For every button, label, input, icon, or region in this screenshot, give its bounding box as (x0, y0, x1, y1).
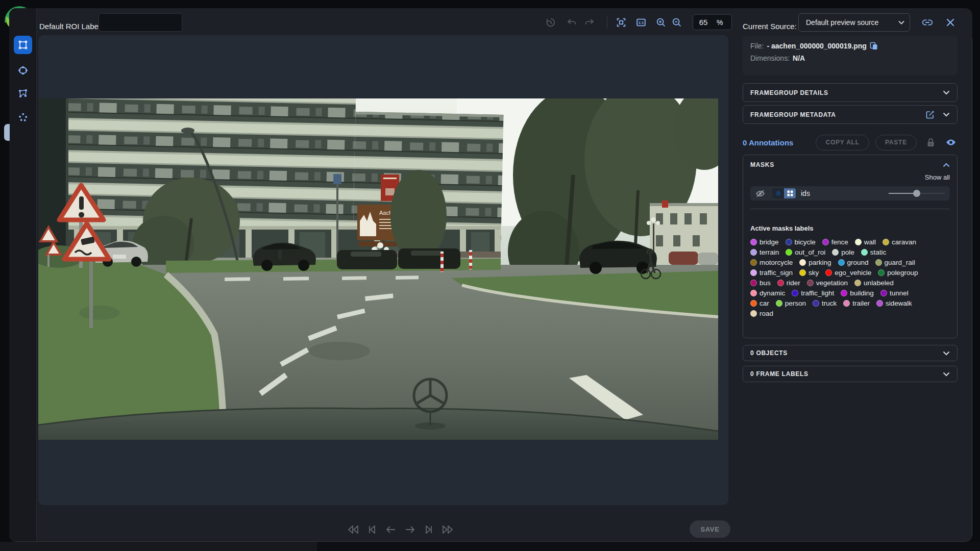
lock-button[interactable] (924, 136, 937, 149)
rectangle-roi-tool-button[interactable] (14, 36, 32, 54)
ids-opacity-slider[interactable] (889, 190, 945, 197)
annotation-canvas[interactable]: Aachen (38, 35, 728, 505)
mask-label-chip-dynamic[interactable]: dynamic (750, 289, 785, 297)
mask-label-text: rider (787, 279, 800, 287)
points-roi-tool-button[interactable] (14, 108, 32, 127)
mask-color-dot (854, 280, 861, 286)
fit-to-screen-icon (616, 17, 627, 28)
mask-color-dot (825, 269, 832, 276)
mask-label-chip-road[interactable]: road (750, 310, 773, 317)
copy-all-button[interactable]: COPY ALL (816, 135, 869, 151)
grid-view-segment[interactable] (784, 188, 796, 198)
mask-label-chip-terrain[interactable]: terrain (750, 248, 779, 256)
slider-knob[interactable] (913, 190, 920, 197)
zoom-in-button[interactable] (655, 16, 667, 29)
mask-label-chip-ground[interactable]: ground (838, 259, 869, 266)
chevron-down-icon (943, 351, 950, 356)
mask-label-chip-polegroup[interactable]: polegroup (878, 269, 918, 277)
fast-backward-icon (348, 525, 359, 534)
undo-button[interactable] (566, 16, 578, 29)
eye-off-icon[interactable] (755, 190, 765, 197)
background-page-right (317, 542, 980, 551)
paste-button[interactable]: PASTE (875, 135, 917, 151)
framegroup-details-accordion[interactable]: FRAMEGROUP DETAILS (743, 83, 958, 102)
source-dropdown[interactable]: Default preview source (798, 13, 910, 32)
mask-label-chip-building[interactable]: building (841, 289, 874, 297)
lock-icon (926, 138, 935, 147)
mask-label-chip-car[interactable]: car (750, 299, 769, 307)
mask-color-dot (750, 310, 757, 317)
mask-label-chip-motorcycle[interactable]: motorcycle (750, 259, 793, 266)
annotations-count: 0 Annotations (743, 138, 810, 147)
mask-label-chip-fence[interactable]: fence (822, 238, 848, 246)
next-frame-button[interactable] (403, 522, 417, 537)
mask-label-chip-traffic_light[interactable]: traffic_light (792, 289, 834, 297)
mask-label-chip-guard_rail[interactable]: guard_rail (875, 259, 915, 266)
actual-size-button[interactable]: 1:1 (635, 16, 647, 29)
zoom-level-box: % (693, 14, 732, 30)
zoom-level-input[interactable] (693, 18, 714, 27)
close-icon (945, 17, 955, 28)
mask-label-chip-wall[interactable]: wall (855, 238, 876, 246)
fast-backward-button[interactable] (346, 522, 360, 537)
zoom-in-icon (655, 17, 667, 28)
mask-label-row: carpersontrucktrailersidewalk (750, 299, 950, 307)
framegroup-metadata-accordion[interactable]: FRAMEGROUP METADATA (743, 105, 958, 124)
ellipse-roi-tool-button[interactable] (14, 61, 32, 80)
save-button[interactable]: SAVE (690, 520, 730, 538)
drawer-handle[interactable] (4, 124, 10, 141)
mask-color-dot (838, 259, 845, 266)
edit-icon[interactable] (926, 110, 935, 119)
mask-label-chip-static[interactable]: static (861, 248, 887, 256)
link-button[interactable] (921, 16, 934, 29)
current-source-label: Current Source: (743, 22, 797, 31)
mask-label-chip-traffic_sign[interactable]: traffic_sign (750, 269, 793, 277)
frame-labels-accordion[interactable]: 0 FRAME LABELS (743, 366, 958, 382)
masks-header[interactable]: MASKS (750, 161, 950, 168)
chevron-down-icon (898, 20, 904, 24)
mask-label-chip-bridge[interactable]: bridge (750, 238, 779, 246)
mask-label-chip-vegetation[interactable]: vegetation (807, 279, 848, 287)
polygon-roi-tool-button[interactable] (14, 84, 32, 103)
ids-layer-name: ids (801, 189, 889, 197)
last-frame-button[interactable] (422, 522, 436, 537)
mask-label-chip-sky[interactable]: sky (799, 269, 819, 277)
mask-color-dot (786, 239, 792, 245)
mask-label-chip-caravan[interactable]: caravan (883, 238, 916, 246)
mask-color-dot (841, 290, 847, 296)
mask-label-chip-bus[interactable]: bus (750, 279, 771, 287)
panel-scrollbar[interactable] (972, 39, 972, 536)
redo-button[interactable] (583, 16, 596, 29)
fit-to-screen-button[interactable] (615, 16, 627, 29)
history-button[interactable] (544, 16, 556, 29)
circle-view-segment[interactable] (772, 188, 784, 198)
zoom-out-button[interactable] (671, 16, 683, 29)
mask-label-text: static (870, 248, 887, 256)
mask-label-chip-parking[interactable]: parking (799, 259, 831, 266)
mask-label-chip-truck[interactable]: truck (813, 299, 837, 307)
prev-frame-button[interactable] (384, 522, 398, 537)
close-button[interactable] (944, 16, 957, 29)
visibility-button[interactable] (944, 136, 958, 149)
mask-label-chip-ego_vehicle[interactable]: ego_vehicle (825, 269, 871, 277)
fast-forward-button[interactable] (440, 522, 455, 537)
show-all-link[interactable]: Show all (750, 173, 950, 181)
mask-label-chip-sidewalk[interactable]: sidewalk (876, 299, 912, 307)
first-frame-button[interactable] (365, 522, 379, 537)
mask-color-dot (750, 259, 757, 266)
mask-label-chip-person[interactable]: person (776, 299, 806, 307)
objects-accordion[interactable]: 0 OBJECTS (743, 345, 958, 361)
mask-label-chip-unlabeled[interactable]: unlabeled (854, 279, 894, 287)
mask-label-chip-trailer[interactable]: trailer (843, 299, 870, 307)
default-roi-input[interactable] (99, 13, 182, 32)
mask-label-row: busridervegetationunlabeled (750, 279, 950, 287)
mask-label-chip-tunnel[interactable]: tunnel (880, 289, 909, 297)
annotation-window: Default ROI Label(s): (9, 8, 972, 542)
copy-icon[interactable] (870, 42, 878, 50)
toolbar-separator (607, 16, 607, 29)
mask-label-chip-out_of_roi[interactable]: out_of_roi (786, 248, 825, 256)
mask-label-chip-rider[interactable]: rider (777, 279, 800, 287)
mask-label-chip-pole[interactable]: pole (832, 248, 854, 256)
mask-label-chip-bicycle[interactable]: bicycle (786, 238, 816, 246)
mask-color-dot (799, 269, 806, 276)
